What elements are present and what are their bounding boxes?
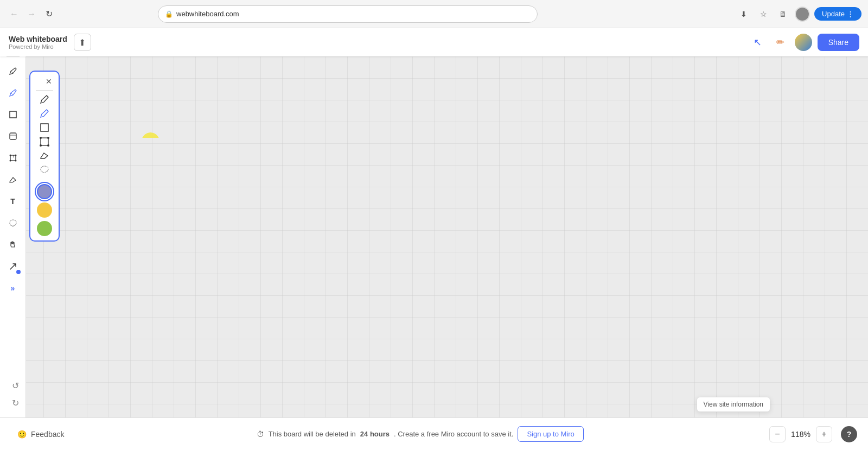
laser-pointer-button[interactable]: ✏ [772, 34, 789, 51]
cast-icon[interactable]: 🖥 [775, 7, 790, 22]
text-tool-button[interactable]: T [3, 192, 23, 211]
zoom-out-button[interactable]: − [769, 426, 786, 442]
notification-bold: 24 hours [360, 430, 390, 438]
canvas-area[interactable] [0, 56, 868, 450]
header-right: ↖ ✏ Share [749, 34, 859, 51]
svg-point-21 [47, 144, 49, 147]
back-button[interactable]: ← [7, 7, 22, 22]
clock-icon: ⏱ [257, 430, 264, 439]
pen2-icon [39, 108, 50, 119]
zoom-controls: − 118% + ? [769, 426, 857, 442]
shapes-icon [39, 122, 50, 133]
transform-tool-button[interactable] [3, 148, 23, 168]
feedback-button[interactable]: 🙂 Feedback [11, 426, 71, 443]
toolbar-divider-1 [7, 56, 20, 57]
color-panel: ✕ [29, 71, 60, 242]
help-button[interactable]: ? [841, 426, 857, 442]
browser-chrome: ← → ↻ 🔒 webwhiteboard.com ⬇ ☆ 🖥 Update ⋮ [0, 0, 868, 28]
arrow-tool-button[interactable] [3, 257, 23, 276]
more-tools-button[interactable]: » [3, 278, 23, 298]
shapes-tool-button[interactable] [3, 105, 23, 124]
share-button[interactable]: Share [818, 34, 859, 51]
hand-tool-button[interactable] [3, 235, 23, 255]
user-avatar [795, 34, 812, 51]
color-purple-swatch[interactable] [37, 184, 52, 199]
forward-button[interactable]: → [24, 7, 39, 22]
app-header: Web whiteboard Powered by Miro ⬆ ↖ ✏ Sha… [0, 28, 868, 56]
undo-redo-controls: ↺ ↻ [5, 377, 25, 411]
notification-suffix: . Create a free Miro account to save it. [394, 430, 513, 438]
update-chevron: ⋮ [847, 10, 854, 18]
panel-close-button[interactable]: ✕ [43, 76, 54, 87]
cursor-tool-button[interactable]: ↖ [749, 34, 767, 51]
svg-point-13 [15, 155, 16, 156]
star-icon[interactable]: ☆ [756, 7, 771, 22]
svg-rect-16 [41, 124, 48, 131]
feedback-icon: 🙂 [17, 430, 27, 439]
svg-rect-10 [10, 133, 16, 140]
download-icon[interactable]: ⬇ [736, 7, 751, 22]
redo-button[interactable]: ↻ [5, 395, 25, 411]
site-info-tooltip: View site information [697, 397, 771, 412]
zoom-in-button[interactable]: + [816, 426, 832, 442]
eraser-icon2 [39, 150, 50, 161]
signup-button[interactable]: Sign up to Miro [518, 426, 583, 442]
app-logo: Web whiteboard Powered by Miro [9, 35, 67, 50]
svg-point-14 [9, 160, 11, 162]
panel-divider [36, 90, 53, 91]
svg-point-20 [40, 144, 42, 147]
pen-icon [39, 94, 50, 105]
lasso-icon2 [39, 164, 50, 175]
color-yellow-swatch[interactable] [37, 202, 52, 218]
user-profile-icon[interactable] [795, 7, 810, 22]
feedback-label: Feedback [31, 430, 64, 439]
export-button[interactable]: ⬆ [74, 34, 91, 51]
update-button[interactable]: Update ⋮ [814, 7, 861, 21]
app-subtitle: Powered by Miro [9, 43, 67, 50]
reload-button[interactable]: ↻ [41, 7, 56, 22]
address-bar[interactable]: 🔒 webwhiteboard.com [158, 5, 538, 23]
update-label: Update [822, 10, 845, 18]
pen2-tool-button[interactable] [3, 83, 23, 103]
nav-buttons: ← → ↻ [7, 7, 56, 22]
eraser-tool-button[interactable] [3, 170, 23, 189]
notification-bar: ⏱ This board will be deleted in 24 hours… [71, 426, 769, 442]
svg-point-19 [47, 137, 49, 139]
url-text: webwhiteboard.com [176, 10, 239, 18]
svg-rect-17 [41, 138, 48, 145]
app-title: Web whiteboard [9, 35, 67, 43]
tool-active-dot [16, 270, 21, 274]
svg-rect-0 [141, 132, 160, 138]
svg-point-15 [15, 160, 16, 162]
sticky-tool-button[interactable] [3, 126, 23, 146]
svg-rect-9 [10, 111, 16, 118]
tooltip-text: View site information [704, 401, 764, 408]
lock-icon: 🔒 [165, 10, 173, 18]
zoom-level: 118% [790, 430, 812, 439]
svg-point-18 [40, 137, 42, 139]
undo-button[interactable]: ↺ [5, 377, 25, 394]
pen-tool-button[interactable] [3, 61, 23, 81]
color-green-swatch[interactable] [37, 221, 52, 236]
bottom-bar: 🙂 Feedback ⏱ This board will be deleted … [0, 417, 868, 450]
svg-point-12 [9, 155, 11, 156]
select-rect-icon [39, 136, 50, 147]
svg-rect-11 [10, 155, 16, 161]
browser-actions: ⬇ ☆ 🖥 Update ⋮ [736, 7, 861, 22]
lasso-tool-button[interactable] [3, 213, 23, 233]
notification-text: This board will be deleted in [269, 430, 356, 438]
